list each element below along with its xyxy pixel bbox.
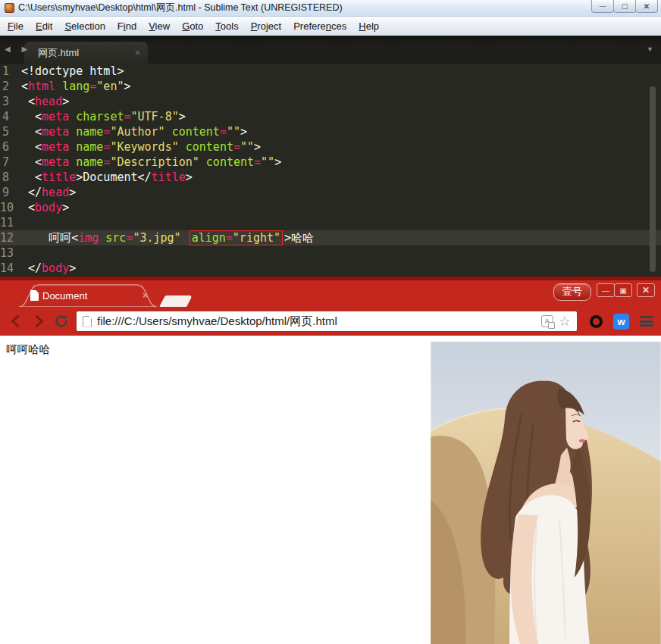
annotation-box: align="right" (190, 230, 283, 245)
line-number: 4 (0, 109, 21, 124)
code-line[interactable]: 4 <meta charset="UTF-8"> (0, 109, 661, 124)
maximize-button[interactable]: ▢ (613, 0, 636, 13)
tab-overflow-icon[interactable]: ▼ (647, 45, 653, 53)
code-line[interactable]: 12 呵呵<img src="3.jpg" align="right">哈哈 (0, 230, 661, 245)
line-number: 9 (0, 185, 21, 200)
menu-item-preferences[interactable]: Preferences (287, 19, 352, 33)
word-extension-icon[interactable]: w (613, 314, 629, 330)
code-line[interactable]: 11 (0, 215, 661, 230)
line-number: 6 (0, 139, 21, 155)
code-line[interactable]: 2<html lang="en"> (0, 79, 661, 94)
sublime-window: C:\Users\smyhvae\Desktop\html\网页.html - … (0, 0, 661, 277)
menu-item-goto[interactable]: Goto (176, 19, 209, 33)
minimize-button[interactable]: — (591, 0, 614, 13)
portrait-photo (431, 342, 661, 644)
code-line[interactable]: 14 </body> (0, 261, 661, 276)
menu-item-file[interactable]: File (2, 19, 30, 33)
editor-tab-label: 网页.html (38, 46, 79, 60)
code-line[interactable]: 10 <body> (0, 200, 661, 215)
translate-icon[interactable]: A (541, 315, 553, 327)
line-number: 14 (0, 261, 21, 276)
editor-scrollbar[interactable] (650, 86, 656, 272)
tab-close-icon[interactable]: × (143, 290, 148, 301)
line-number: 5 (0, 124, 21, 139)
code-line[interactable]: 1<!doctype html> (0, 64, 661, 79)
line-number: 10 (0, 200, 21, 215)
code-line[interactable]: 8 <title>Document</title> (0, 170, 661, 185)
window-title: C:\Users\smyhvae\Desktop\html\网页.html - … (18, 2, 343, 14)
rendered-page: 呵呵哈哈 (0, 336, 661, 644)
line-number: 1 (0, 64, 21, 79)
tab-nav-arrows-icon[interactable]: ◀ ▶ (5, 45, 32, 53)
menu-item-view[interactable]: View (143, 19, 176, 33)
code-editor[interactable]: 1<!doctype html>2<html lang="en">3 <head… (0, 64, 661, 277)
close-button[interactable]: ✕ (635, 0, 658, 13)
account-button[interactable]: 壹号 (553, 283, 591, 301)
browser-tab[interactable]: Document × (18, 284, 158, 307)
menu-item-project[interactable]: Project (245, 19, 287, 33)
sublime-titlebar[interactable]: C:\Users\smyhvae\Desktop\html\网页.html - … (0, 0, 661, 17)
browser-window: Document × 壹号 — ▣ ✕ (0, 277, 661, 644)
code-line[interactable]: 9 </head> (0, 185, 661, 200)
new-tab-button[interactable] (159, 295, 193, 307)
line-number: 2 (0, 79, 21, 94)
code-line[interactable]: 3 <head> (0, 94, 661, 109)
code-line[interactable]: 5 <meta name="Author" content=""> (0, 124, 661, 139)
menubar: FileEditSelectionFindViewGotoToolsProjec… (0, 17, 661, 36)
menu-item-selection[interactable]: Selection (58, 19, 111, 33)
menu-item-edit[interactable]: Edit (30, 19, 58, 33)
menu-item-find[interactable]: Find (111, 19, 143, 33)
maximize-button[interactable]: ▣ (614, 283, 632, 297)
line-number: 3 (0, 94, 21, 109)
line-number: 7 (0, 155, 21, 170)
page-body-text: 呵呵哈哈 (6, 342, 50, 357)
bookmark-star-icon[interactable]: ☆ (559, 314, 571, 328)
back-icon[interactable] (8, 313, 24, 330)
tab-close-icon[interactable]: × (135, 48, 140, 58)
hamburger-menu-icon[interactable] (640, 316, 653, 327)
sublime-logo-icon (5, 3, 14, 13)
line-number: 12 (0, 230, 21, 245)
editor-tabbar: ◀ ▶ 网页.html × ▼ (0, 36, 661, 64)
code-line[interactable]: 7 <meta name="Description" content=""> (0, 155, 661, 170)
refresh-icon[interactable] (53, 313, 70, 330)
line-number: 8 (0, 170, 21, 185)
editor-tab[interactable]: 网页.html × (24, 42, 148, 64)
menu-item-help[interactable]: Help (352, 19, 385, 33)
browser-tab-label: Document (42, 290, 87, 302)
close-button[interactable]: ✕ (637, 283, 655, 297)
url-text[interactable]: file:///C:/Users/smyhvae/Desktop/html/网页… (97, 314, 536, 329)
page-icon (83, 316, 92, 327)
browser-tabstrip: Document × 壹号 — ▣ ✕ (0, 280, 661, 307)
line-number: 11 (0, 215, 21, 230)
minimize-button[interactable]: — (597, 283, 615, 297)
browser-toolbar: file:///C:/Users/smyhvae/Desktop/html/网页… (0, 307, 661, 336)
forward-icon[interactable] (30, 313, 47, 330)
code-line[interactable]: 6 <meta name="Keywords" content=""> (0, 139, 661, 155)
line-number: 13 (0, 245, 21, 261)
code-line[interactable]: 13 (0, 245, 661, 261)
adblock-ring-icon[interactable] (590, 315, 603, 328)
address-bar[interactable]: file:///C:/Users/smyhvae/Desktop/html/网页… (76, 311, 578, 332)
menu-item-tools[interactable]: Tools (209, 19, 244, 33)
